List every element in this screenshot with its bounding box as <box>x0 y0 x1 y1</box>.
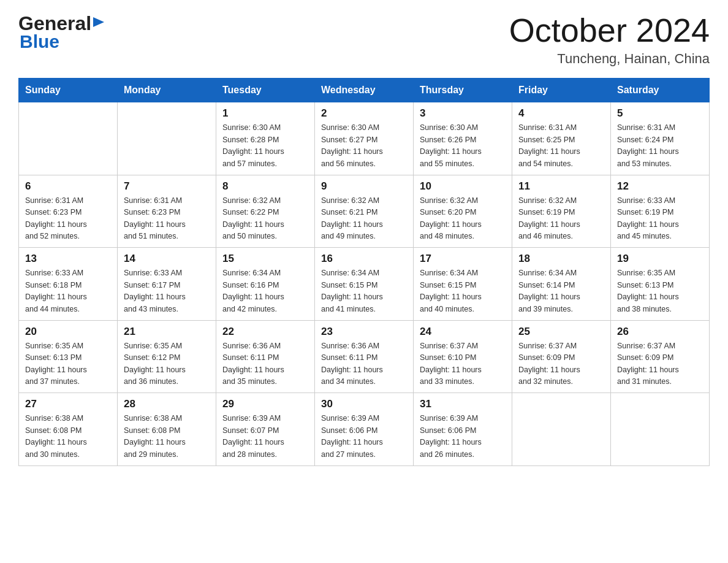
day-info: Sunrise: 6:35 AMSunset: 6:12 PMDaylight:… <box>124 340 210 388</box>
day-number: 16 <box>321 253 407 265</box>
calendar-cell <box>512 393 611 466</box>
day-info: Sunrise: 6:38 AMSunset: 6:08 PMDaylight:… <box>25 413 111 461</box>
day-number: 21 <box>124 326 210 338</box>
day-info: Sunrise: 6:39 AMSunset: 6:06 PMDaylight:… <box>321 413 407 461</box>
calendar-cell: 8Sunrise: 6:32 AMSunset: 6:22 PMDaylight… <box>216 175 315 248</box>
day-info: Sunrise: 6:36 AMSunset: 6:11 PMDaylight:… <box>222 340 308 388</box>
calendar-cell: 26Sunrise: 6:37 AMSunset: 6:09 PMDayligh… <box>611 320 710 393</box>
day-number: 1 <box>222 107 308 120</box>
calendar-cell: 1Sunrise: 6:30 AMSunset: 6:28 PMDaylight… <box>216 102 315 175</box>
day-number: 26 <box>617 326 703 338</box>
calendar-table: SundayMondayTuesdayWednesdayThursdayFrid… <box>18 78 710 466</box>
logo-area: General Blue <box>18 12 107 52</box>
day-number: 25 <box>518 326 604 338</box>
logo: General Blue <box>18 12 107 52</box>
day-info: Sunrise: 6:32 AMSunset: 6:22 PMDaylight:… <box>222 195 308 243</box>
day-info: Sunrise: 6:34 AMSunset: 6:14 PMDaylight:… <box>518 267 604 315</box>
calendar-cell: 3Sunrise: 6:30 AMSunset: 6:26 PMDaylight… <box>414 102 512 175</box>
calendar-cell: 31Sunrise: 6:39 AMSunset: 6:06 PMDayligh… <box>414 393 512 466</box>
day-number: 4 <box>518 107 604 120</box>
calendar-week-row: 6Sunrise: 6:31 AMSunset: 6:23 PMDaylight… <box>19 175 710 248</box>
calendar-cell: 19Sunrise: 6:35 AMSunset: 6:13 PMDayligh… <box>611 248 710 321</box>
day-info: Sunrise: 6:37 AMSunset: 6:09 PMDaylight:… <box>617 340 703 388</box>
day-info: Sunrise: 6:31 AMSunset: 6:25 PMDaylight:… <box>518 122 604 170</box>
calendar-cell: 13Sunrise: 6:33 AMSunset: 6:18 PMDayligh… <box>19 248 118 321</box>
calendar-cell: 30Sunrise: 6:39 AMSunset: 6:06 PMDayligh… <box>315 393 414 466</box>
month-title: October 2024 <box>509 12 710 48</box>
day-info: Sunrise: 6:34 AMSunset: 6:15 PMDaylight:… <box>321 267 407 315</box>
calendar-day-header: Sunday <box>19 79 118 102</box>
calendar-cell: 14Sunrise: 6:33 AMSunset: 6:17 PMDayligh… <box>118 248 216 321</box>
day-number: 17 <box>420 253 506 265</box>
calendar-cell: 5Sunrise: 6:31 AMSunset: 6:24 PMDaylight… <box>611 102 710 175</box>
calendar-cell: 17Sunrise: 6:34 AMSunset: 6:15 PMDayligh… <box>414 248 512 321</box>
day-info: Sunrise: 6:32 AMSunset: 6:19 PMDaylight:… <box>518 195 604 243</box>
day-number: 28 <box>124 398 210 410</box>
day-info: Sunrise: 6:33 AMSunset: 6:19 PMDaylight:… <box>617 195 703 243</box>
day-number: 10 <box>420 180 506 193</box>
day-info: Sunrise: 6:39 AMSunset: 6:07 PMDaylight:… <box>222 413 308 461</box>
day-info: Sunrise: 6:34 AMSunset: 6:15 PMDaylight:… <box>420 267 506 315</box>
calendar-week-row: 27Sunrise: 6:38 AMSunset: 6:08 PMDayligh… <box>19 393 710 466</box>
day-info: Sunrise: 6:33 AMSunset: 6:17 PMDaylight:… <box>124 267 210 315</box>
calendar-cell: 10Sunrise: 6:32 AMSunset: 6:20 PMDayligh… <box>414 175 512 248</box>
calendar-cell: 15Sunrise: 6:34 AMSunset: 6:16 PMDayligh… <box>216 248 315 321</box>
calendar-cell: 9Sunrise: 6:32 AMSunset: 6:21 PMDaylight… <box>315 175 414 248</box>
day-info: Sunrise: 6:37 AMSunset: 6:10 PMDaylight:… <box>420 340 506 388</box>
day-info: Sunrise: 6:32 AMSunset: 6:21 PMDaylight:… <box>321 195 407 243</box>
day-number: 31 <box>420 398 506 410</box>
day-number: 8 <box>222 180 308 193</box>
calendar-day-header: Thursday <box>414 79 512 102</box>
day-info: Sunrise: 6:34 AMSunset: 6:16 PMDaylight:… <box>222 267 308 315</box>
day-number: 12 <box>617 180 703 193</box>
day-info: Sunrise: 6:32 AMSunset: 6:20 PMDaylight:… <box>420 195 506 243</box>
day-info: Sunrise: 6:31 AMSunset: 6:23 PMDaylight:… <box>124 195 210 243</box>
day-number: 5 <box>617 107 703 120</box>
day-info: Sunrise: 6:39 AMSunset: 6:06 PMDaylight:… <box>420 413 506 461</box>
day-info: Sunrise: 6:31 AMSunset: 6:24 PMDaylight:… <box>617 122 703 170</box>
day-info: Sunrise: 6:38 AMSunset: 6:08 PMDaylight:… <box>124 413 210 461</box>
day-number: 11 <box>518 180 604 193</box>
day-number: 30 <box>321 398 407 410</box>
calendar-day-header: Saturday <box>611 79 710 102</box>
calendar-cell: 22Sunrise: 6:36 AMSunset: 6:11 PMDayligh… <box>216 320 315 393</box>
day-number: 3 <box>420 107 506 120</box>
day-info: Sunrise: 6:35 AMSunset: 6:13 PMDaylight:… <box>617 267 703 315</box>
day-number: 20 <box>25 326 111 338</box>
day-number: 19 <box>617 253 703 265</box>
day-number: 24 <box>420 326 506 338</box>
calendar-cell <box>19 102 118 175</box>
day-info: Sunrise: 6:31 AMSunset: 6:23 PMDaylight:… <box>25 195 111 243</box>
calendar-week-row: 20Sunrise: 6:35 AMSunset: 6:13 PMDayligh… <box>19 320 710 393</box>
calendar-header-row: SundayMondayTuesdayWednesdayThursdayFrid… <box>19 79 710 102</box>
day-number: 15 <box>222 253 308 265</box>
calendar-cell: 18Sunrise: 6:34 AMSunset: 6:14 PMDayligh… <box>512 248 611 321</box>
day-number: 29 <box>222 398 308 410</box>
calendar-cell: 16Sunrise: 6:34 AMSunset: 6:15 PMDayligh… <box>315 248 414 321</box>
calendar-cell: 2Sunrise: 6:30 AMSunset: 6:27 PMDaylight… <box>315 102 414 175</box>
location-title: Tuncheng, Hainan, China <box>509 51 710 67</box>
calendar-cell: 27Sunrise: 6:38 AMSunset: 6:08 PMDayligh… <box>19 393 118 466</box>
day-number: 13 <box>25 253 111 265</box>
day-number: 23 <box>321 326 407 338</box>
calendar-week-row: 1Sunrise: 6:30 AMSunset: 6:28 PMDaylight… <box>19 102 710 175</box>
calendar-day-header: Friday <box>512 79 611 102</box>
day-number: 2 <box>321 107 407 120</box>
calendar-day-header: Wednesday <box>315 79 414 102</box>
svg-marker-0 <box>93 17 104 27</box>
day-info: Sunrise: 6:36 AMSunset: 6:11 PMDaylight:… <box>321 340 407 388</box>
calendar-cell: 25Sunrise: 6:37 AMSunset: 6:09 PMDayligh… <box>512 320 611 393</box>
calendar-cell: 24Sunrise: 6:37 AMSunset: 6:10 PMDayligh… <box>414 320 512 393</box>
calendar-cell: 7Sunrise: 6:31 AMSunset: 6:23 PMDaylight… <box>118 175 216 248</box>
calendar-cell: 23Sunrise: 6:36 AMSunset: 6:11 PMDayligh… <box>315 320 414 393</box>
calendar-cell: 4Sunrise: 6:31 AMSunset: 6:25 PMDaylight… <box>512 102 611 175</box>
day-number: 14 <box>124 253 210 265</box>
calendar-cell: 6Sunrise: 6:31 AMSunset: 6:23 PMDaylight… <box>19 175 118 248</box>
day-number: 27 <box>25 398 111 410</box>
day-number: 22 <box>222 326 308 338</box>
day-number: 18 <box>518 253 604 265</box>
calendar-day-header: Monday <box>118 79 216 102</box>
day-info: Sunrise: 6:37 AMSunset: 6:09 PMDaylight:… <box>518 340 604 388</box>
day-info: Sunrise: 6:30 AMSunset: 6:26 PMDaylight:… <box>420 122 506 170</box>
calendar-day-header: Tuesday <box>216 79 315 102</box>
